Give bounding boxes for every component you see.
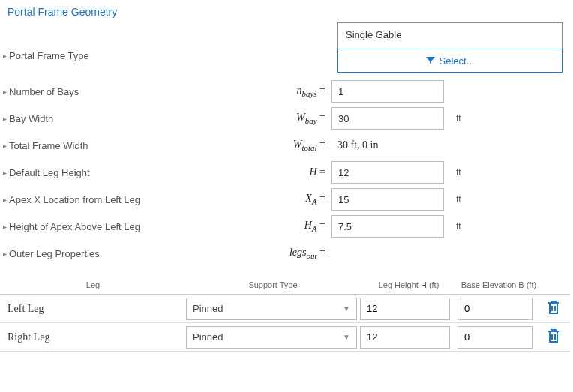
param-label-frame-type: Portal Frame Type — [9, 50, 159, 61]
base-elev-input[interactable] — [458, 298, 532, 320]
caret-icon: ▸ — [0, 250, 9, 258]
leg-height-input[interactable] — [360, 326, 450, 349]
col-header-support: Support Type — [186, 280, 360, 289]
param-symbol: HA = — [159, 220, 332, 233]
param-symbol: nbays = — [159, 85, 332, 98]
param-symbol: XA = — [159, 193, 332, 206]
param-symbol: H = — [159, 166, 332, 178]
caret-icon: ▸ — [0, 169, 9, 177]
table-row: Right Leg Pinned ▼ — [0, 323, 570, 352]
leg-name: Right Leg — [0, 331, 186, 343]
base-elev-input[interactable] — [458, 326, 532, 349]
param-label-wbay: Bay Width — [9, 113, 159, 124]
caret-icon: ▸ — [0, 223, 9, 231]
trash-icon — [546, 328, 561, 344]
ha-input[interactable] — [332, 215, 444, 238]
wbay-input[interactable] — [332, 107, 444, 130]
param-symbol: Wtotal = — [159, 139, 332, 152]
caret-icon: ▸ — [0, 196, 9, 204]
unit-label: ft — [452, 113, 474, 124]
support-type-value: Pinned — [193, 331, 223, 343]
trash-icon — [546, 299, 561, 316]
legs-table: Leg Support Type Leg Height H (ft) Base … — [0, 277, 570, 352]
param-label-wtotal: Total Frame Width — [9, 140, 159, 151]
select-frame-type-button[interactable]: Select... — [338, 49, 562, 73]
frame-type-display: Single Gable — [338, 22, 562, 49]
caret-icon: ▸ — [0, 142, 9, 150]
delete-row-button[interactable] — [546, 328, 561, 346]
col-header-leg: Leg — [0, 280, 186, 289]
table-row: Left Leg Pinned ▼ — [0, 295, 570, 323]
param-label-legsout: Outer Leg Properties — [9, 248, 159, 259]
param-symbol: Wbay = — [159, 112, 332, 125]
caret-icon: ▸ — [0, 115, 9, 123]
unit-label: ft — [452, 194, 474, 205]
wtotal-value: 30 ft, 0 in — [332, 139, 378, 151]
filter-icon — [426, 57, 435, 64]
col-header-b: Base Elevation B (ft) — [458, 280, 540, 289]
caret-icon: ▸ — [0, 52, 9, 60]
param-label-h: Default Leg Height — [9, 167, 159, 178]
chevron-down-icon: ▼ — [343, 333, 350, 341]
param-symbol: legsout = — [159, 247, 332, 260]
support-type-select[interactable]: Pinned ▼ — [186, 326, 357, 349]
select-button-label: Select... — [440, 55, 475, 67]
param-label-ha: Height of Apex Above Left Leg — [9, 221, 159, 232]
chevron-down-icon: ▼ — [343, 304, 350, 313]
nbays-input[interactable] — [332, 80, 444, 103]
xa-input[interactable] — [332, 188, 444, 211]
support-type-select[interactable]: Pinned ▼ — [186, 298, 357, 320]
param-label-xa: Apex X Location from Left Leg — [9, 194, 159, 205]
col-header-h: Leg Height H (ft) — [360, 280, 458, 289]
unit-label: ft — [452, 221, 474, 232]
leg-height-input[interactable] — [360, 298, 450, 320]
h-input[interactable] — [332, 161, 444, 184]
caret-icon: ▸ — [0, 88, 9, 96]
unit-label: ft — [452, 167, 474, 178]
param-label-nbays: Number of Bays — [9, 86, 159, 97]
delete-row-button[interactable] — [546, 299, 561, 318]
support-type-value: Pinned — [193, 303, 223, 314]
leg-name: Left Leg — [0, 303, 186, 315]
section-title: Portal Frame Geometry — [0, 0, 573, 22]
